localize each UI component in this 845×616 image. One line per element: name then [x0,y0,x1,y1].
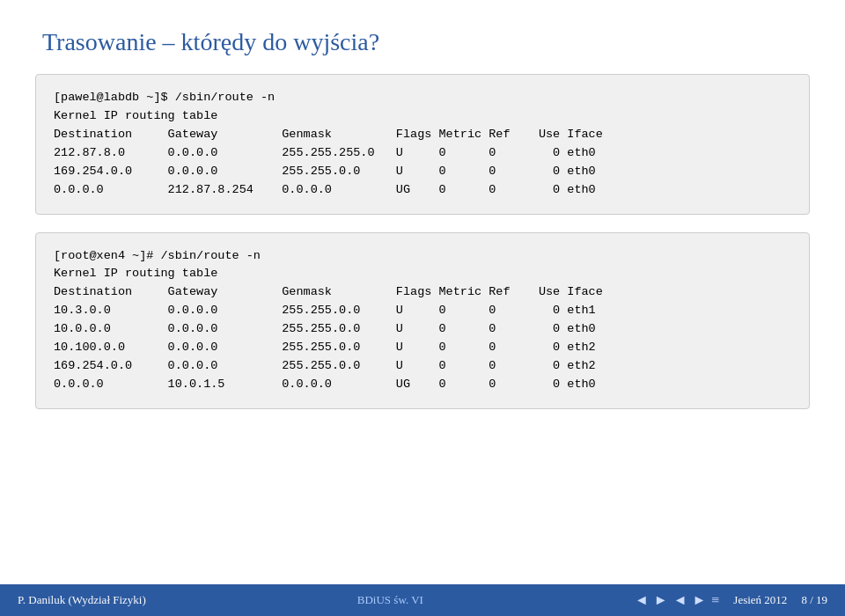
terminal-box-1: [pawel@labdb ~]$ /sbin/route -n Kernel I… [35,74,810,215]
footer-course: BDiUS św. VI [357,593,423,607]
footer-right: ◄ ► ◄ ► ≡ Jesień 2012 8 / 19 [635,592,827,608]
footer-left: P. Daniluk (Wydział Fizyki) [18,593,146,607]
terminal-content-2: [root@xen4 ~]# /sbin/route -n Kernel IP … [54,247,791,394]
terminal-box-2: [root@xen4 ~]# /sbin/route -n Kernel IP … [35,232,810,409]
footer-author: P. Daniluk (Wydział Fizyki) [18,593,146,607]
nav-group-right-icon[interactable]: ► [692,592,706,608]
nav-arrow-right-icon[interactable]: ► [654,592,668,608]
footer-date: Jesień 2012 [733,593,787,607]
nav-controls[interactable]: ◄ ► ◄ ► ≡ [635,592,719,608]
footer-course-text: BDiUS św. VI [357,593,423,606]
bottom-bar: P. Daniluk (Wydział Fizyki) BDiUS św. VI… [0,584,845,616]
content-area: [pawel@labdb ~]$ /sbin/route -n Kernel I… [0,74,845,409]
nav-prev-icon[interactable]: ◄ [635,592,649,608]
page-number: 8 / 19 [801,593,827,607]
nav-group-icon[interactable]: ◄ [673,592,687,608]
terminal-content-1: [pawel@labdb ~]$ /sbin/route -n Kernel I… [54,89,791,200]
slide-title: Trasowanie – którędy do wyjścia? [0,0,845,74]
nav-menu-icon[interactable]: ≡ [711,592,719,608]
